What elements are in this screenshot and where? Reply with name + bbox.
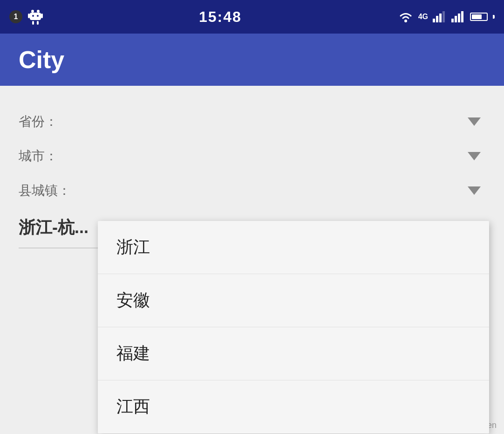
signal-icon-2 [451, 11, 465, 22]
county-row[interactable]: 县城镇： [19, 173, 485, 208]
status-bar-right: 4G [398, 10, 495, 23]
svg-rect-4 [41, 14, 43, 18]
notification-badge: 1 [9, 10, 22, 23]
svg-rect-15 [455, 16, 457, 22]
svg-rect-14 [451, 19, 454, 22]
battery-tip [493, 15, 495, 19]
svg-rect-10 [433, 19, 435, 22]
svg-point-0 [31, 10, 34, 13]
app-bar: City [0, 34, 504, 86]
dropdown-popup[interactable]: 浙江 安徽 福建 江西 [98, 221, 489, 434]
dropdown-item-3[interactable]: 江西 [98, 380, 489, 434]
android-icon [28, 8, 43, 25]
svg-rect-11 [436, 16, 438, 22]
svg-rect-16 [458, 14, 460, 22]
svg-rect-17 [461, 11, 463, 22]
svg-point-7 [32, 15, 34, 17]
wifi-icon [398, 10, 414, 23]
county-dropdown-arrow [468, 186, 481, 195]
province-dropdown-arrow [468, 117, 481, 126]
svg-rect-3 [28, 14, 30, 18]
city-row[interactable]: 城市： [19, 139, 485, 173]
city-label: 城市： [19, 147, 93, 165]
county-label: 县城镇： [19, 182, 93, 200]
svg-point-8 [37, 15, 39, 17]
svg-point-9 [404, 20, 407, 22]
svg-rect-13 [443, 11, 445, 22]
battery-icon [470, 13, 488, 21]
result-text: 浙江-杭... [19, 216, 89, 239]
main-content: 省份： 城市： 县城镇： 浙江-杭... 浙江 安徽 福建 江西 http://… [0, 86, 504, 434]
svg-rect-5 [32, 21, 34, 25]
province-row[interactable]: 省份： [19, 104, 485, 139]
svg-rect-6 [37, 21, 39, 25]
page-title: City [19, 46, 64, 74]
svg-rect-12 [439, 14, 442, 22]
signal-icon-1 [433, 11, 447, 22]
city-dropdown-arrow [468, 152, 481, 160]
svg-point-1 [37, 10, 40, 13]
4g-label: 4G [418, 13, 428, 21]
status-bar: 1 15:48 4G [0, 0, 504, 34]
svg-rect-2 [30, 13, 41, 20]
status-bar-left: 1 [9, 8, 43, 25]
status-time: 15:48 [199, 8, 242, 26]
dropdown-item-1[interactable]: 安徽 [98, 274, 489, 327]
province-label: 省份： [19, 113, 93, 131]
dropdown-item-0[interactable]: 浙江 [98, 221, 489, 274]
dropdown-item-2[interactable]: 福建 [98, 327, 489, 380]
